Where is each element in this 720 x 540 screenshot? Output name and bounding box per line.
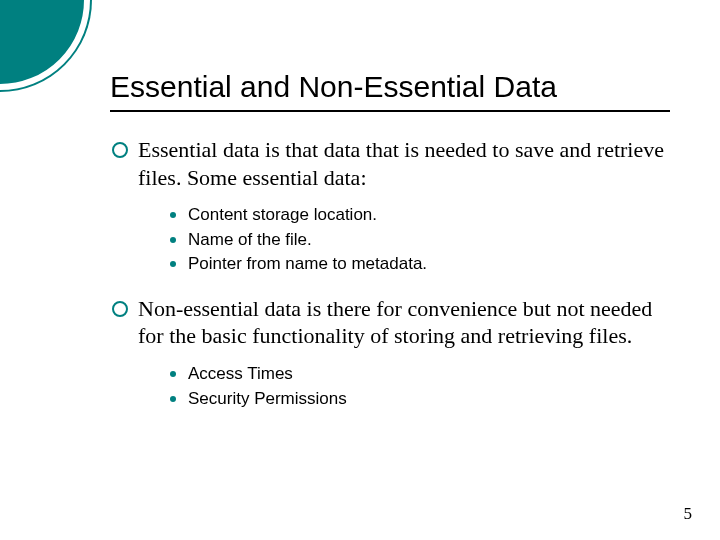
list-item: Pointer from name to metadata. <box>170 252 680 277</box>
essential-paragraph: Essential data is that data that is need… <box>138 136 680 191</box>
page-number: 5 <box>684 504 693 524</box>
nonessential-paragraph: Non-essential data is there for convenie… <box>138 295 680 350</box>
title-divider <box>110 110 670 112</box>
list-item: Security Permissions <box>170 387 680 412</box>
list-item: Access Times <box>170 362 680 387</box>
list-item: Content storage location. <box>170 203 680 228</box>
slide-title: Essential and Non-Essential Data <box>110 70 680 110</box>
essential-list: Content storage location. Name of the fi… <box>170 203 680 277</box>
nonessential-list: Access Times Security Permissions <box>170 362 680 411</box>
decorative-circle <box>0 0 90 90</box>
list-item: Name of the file. <box>170 228 680 253</box>
slide-content: Essential and Non-Essential Data Essenti… <box>110 70 680 429</box>
